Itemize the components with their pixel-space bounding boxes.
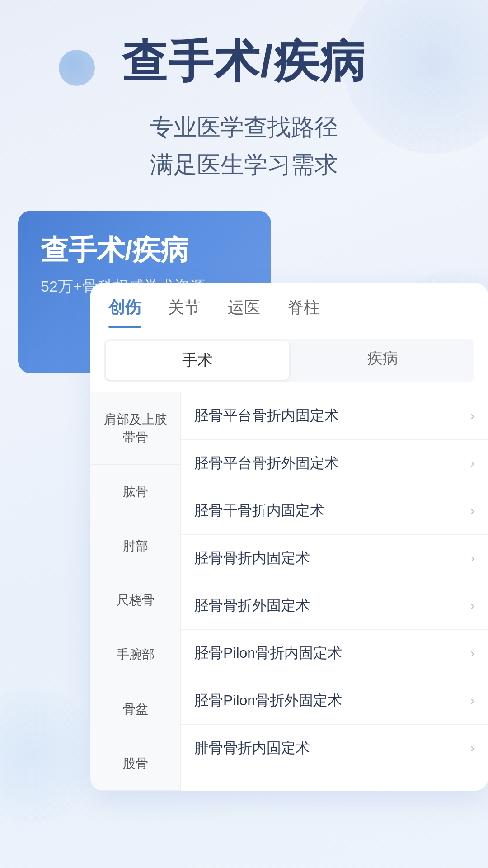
tab-item-chuangshang[interactable]: 创伤 bbox=[108, 297, 141, 328]
list-item-text-2: 胫骨干骨折内固定术 bbox=[194, 501, 470, 521]
list-item-text-5: 胫骨Pilon骨折内固定术 bbox=[194, 643, 470, 663]
tab-item-guanjie[interactable]: 关节 bbox=[168, 297, 201, 328]
chevron-icon-7: › bbox=[470, 741, 474, 755]
list-item[interactable]: 胫骨骨折外固定术 › bbox=[181, 582, 488, 630]
chevron-icon-1: › bbox=[470, 456, 474, 471]
category-femur[interactable]: 股骨 bbox=[90, 736, 180, 791]
list-item[interactable]: 胫骨平台骨折内固定术 › bbox=[181, 392, 488, 440]
list-item[interactable]: 胫骨干骨折内固定术 › bbox=[181, 487, 488, 535]
tab-item-jizhu[interactable]: 脊柱 bbox=[287, 297, 320, 328]
list-item[interactable]: 胫骨Pilon骨折内固定术 › bbox=[181, 630, 488, 677]
hero-subtitle: 专业医学查找路径 满足医生学习需求 bbox=[27, 108, 461, 184]
category-humerus[interactable]: 肱骨 bbox=[90, 465, 180, 519]
category-elbow[interactable]: 肘部 bbox=[90, 519, 180, 573]
list-item[interactable]: 胫骨平台骨折外固定术 › bbox=[181, 440, 488, 487]
list-item-text-1: 胫骨平台骨折外固定术 bbox=[194, 453, 470, 473]
category-column: 肩部及上肢带骨 肱骨 肘部 尺桡骨 手腕部 骨盆 股骨 bbox=[90, 392, 181, 791]
list-item-text-6: 胫骨Pilon骨折外固定术 bbox=[194, 691, 470, 711]
card-area: 查手术/疾病 52万+骨科权威学术资源 创伤 关节 运医 脊柱 手术 疾病 肩部… bbox=[0, 211, 488, 373]
hero-section: 查手术/疾病 专业医学查找路径 满足医生学习需求 bbox=[0, 36, 488, 184]
toggle-disease[interactable]: 疾病 bbox=[291, 339, 474, 382]
chevron-icon-0: › bbox=[470, 409, 474, 423]
toggle-surgery[interactable]: 手术 bbox=[106, 341, 289, 380]
list-container: 肩部及上肢带骨 肱骨 肘部 尺桡骨 手腕部 骨盆 股骨 胫骨平台骨折内固定术 ›… bbox=[90, 392, 488, 791]
items-column: 胫骨平台骨折内固定术 › 胫骨平台骨折外固定术 › 胫骨干骨折内固定术 › 胫骨… bbox=[181, 392, 488, 791]
toggle-row: 手术 疾病 bbox=[104, 339, 474, 382]
blue-card-title: 查手术/疾病 bbox=[41, 233, 249, 267]
category-wrist[interactable]: 手腕部 bbox=[90, 627, 180, 682]
list-item-text-4: 胫骨骨折外固定术 bbox=[194, 596, 470, 616]
white-panel: 创伤 关节 运医 脊柱 手术 疾病 肩部及上肢带骨 肱骨 肘部 尺桡骨 手腕部 bbox=[90, 283, 488, 791]
hero-subtitle-line2: 满足医生学习需求 bbox=[27, 146, 461, 184]
tab-item-yunyi[interactable]: 运医 bbox=[228, 297, 260, 328]
hero-subtitle-line1: 专业医学查找路径 bbox=[27, 108, 461, 146]
list-item[interactable]: 胫骨Pilon骨折外固定术 › bbox=[181, 677, 488, 725]
tabs-row: 创伤 关节 运医 脊柱 bbox=[90, 283, 488, 328]
category-shoulder[interactable]: 肩部及上肢带骨 bbox=[90, 392, 180, 464]
chevron-icon-3: › bbox=[470, 551, 474, 566]
chevron-icon-5: › bbox=[470, 646, 474, 660]
chevron-icon-6: › bbox=[470, 693, 474, 708]
category-pelvis[interactable]: 骨盆 bbox=[90, 682, 180, 736]
bg-decoration-circle-3 bbox=[0, 687, 99, 823]
chevron-icon-4: › bbox=[470, 599, 474, 613]
list-item-text-7: 腓骨骨折内固定术 bbox=[194, 738, 470, 758]
list-item-text-0: 胫骨平台骨折内固定术 bbox=[194, 406, 470, 426]
hero-title: 查手术/疾病 bbox=[27, 36, 461, 86]
list-item[interactable]: 腓骨骨折内固定术 › bbox=[181, 725, 488, 772]
list-item[interactable]: 胫骨骨折内固定术 › bbox=[181, 535, 488, 582]
chevron-icon-2: › bbox=[470, 504, 474, 518]
list-item-text-3: 胫骨骨折内固定术 bbox=[194, 548, 470, 568]
category-ulna-radius[interactable]: 尺桡骨 bbox=[90, 573, 180, 627]
